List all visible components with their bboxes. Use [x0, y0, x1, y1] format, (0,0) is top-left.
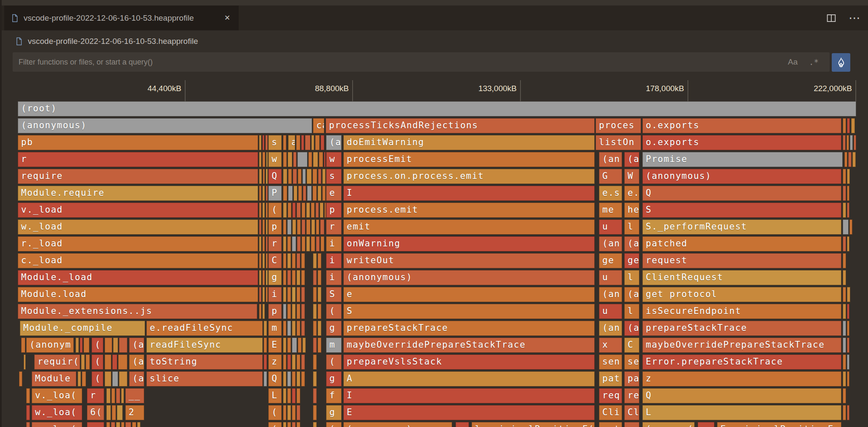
flame-cell[interactable] [116, 422, 120, 427]
flame-cell[interactable] [843, 253, 846, 268]
flame-cell[interactable] [843, 270, 846, 285]
flame-cell[interactable] [287, 405, 291, 420]
flame-cell[interactable]: E.originalPositionFo [717, 422, 841, 427]
flame-cell[interactable]: prepareStackTrace [343, 321, 595, 336]
flame-cell[interactable] [292, 405, 296, 420]
flame-cell[interactable] [302, 219, 305, 235]
flame-cell[interactable]: o.exports [642, 118, 841, 133]
flame-cell[interactable]: readFileSync [146, 338, 263, 353]
flame-cell[interactable]: Cl [624, 405, 639, 420]
flame-cell[interactable] [105, 338, 112, 353]
flame-cell[interactable]: a [288, 135, 295, 150]
flame-cell[interactable] [86, 354, 90, 370]
flame-cell[interactable]: maybeOverridePrepareStackTrace [642, 338, 841, 353]
flame-cell[interactable] [292, 270, 296, 285]
flame-cell[interactable] [116, 388, 120, 403]
flame-cell[interactable] [313, 304, 317, 319]
flame-cell[interactable]: z [642, 371, 841, 386]
flame-cell[interactable] [264, 338, 267, 353]
flame-cell[interactable]: Q [268, 371, 282, 386]
flame-cell[interactable] [259, 152, 261, 167]
flame-cell[interactable] [311, 219, 315, 235]
flame-cell[interactable] [21, 338, 25, 353]
flame-cell[interactable] [106, 422, 110, 427]
flame-cell[interactable] [324, 152, 326, 167]
flame-cell[interactable]: u [599, 270, 622, 285]
flame-cell[interactable] [287, 354, 291, 370]
flame-cell[interactable] [266, 270, 268, 285]
flame-cell[interactable] [283, 388, 286, 403]
flame-cell[interactable]: Q [642, 388, 841, 403]
flame-cell[interactable]: r._load [18, 236, 258, 251]
flame-cell[interactable] [301, 270, 305, 285]
flame-cell[interactable] [266, 152, 268, 167]
flame-cell[interactable] [106, 388, 111, 403]
flame-cell[interactable] [302, 203, 305, 218]
flame-cell[interactable] [287, 219, 291, 235]
flame-view-toggle-button[interactable] [832, 53, 850, 72]
flame-cell[interactable] [301, 371, 305, 386]
flame-cell[interactable]: Module._compile [20, 321, 145, 336]
flame-cell[interactable]: u [599, 304, 622, 319]
flame-cell[interactable]: c._load [18, 253, 258, 268]
flame-cell[interactable] [313, 287, 317, 302]
flame-cell[interactable] [292, 219, 296, 235]
flame-cell[interactable]: Promise [642, 152, 843, 167]
flame-cell[interactable]: e [343, 287, 595, 302]
flame-cell[interactable] [263, 169, 265, 184]
flame-cell[interactable]: m [268, 321, 282, 336]
flame-cell[interactable] [266, 287, 268, 302]
flame-cell[interactable] [259, 135, 261, 150]
flame-cell[interactable] [106, 405, 111, 420]
flame-cell[interactable] [283, 338, 286, 353]
flame-cell[interactable] [259, 236, 261, 251]
flame-cell[interactable] [283, 186, 287, 201]
flame-cell[interactable]: p [326, 203, 342, 218]
flame-cell[interactable]: g [326, 321, 342, 336]
flame-cell[interactable]: Module._extensions..js [18, 304, 257, 319]
flame-cell[interactable]: C [624, 338, 639, 353]
flame-cell[interactable]: s [268, 135, 282, 150]
flame-cell[interactable]: W [624, 169, 639, 184]
flame-cell[interactable]: he [624, 203, 639, 218]
flame-cell[interactable]: s [326, 169, 342, 184]
flame-cell[interactable] [283, 253, 286, 268]
flame-cell[interactable]: l [624, 304, 639, 319]
more-actions-icon[interactable]: ⋯ [849, 12, 861, 24]
flame-cell[interactable] [259, 219, 261, 235]
flame-cell[interactable]: re [624, 388, 639, 403]
flame-cell[interactable]: ( [268, 203, 282, 218]
flame-cell[interactable]: emit [343, 219, 595, 235]
flame-cell[interactable]: r [326, 219, 342, 235]
flame-cell[interactable]: (a [624, 152, 639, 167]
flame-cell[interactable] [311, 236, 315, 251]
flame-cell[interactable]: ( [268, 405, 282, 420]
flame-cell[interactable] [292, 338, 297, 353]
flame-cell[interactable]: listOn [596, 135, 641, 150]
flame-cell[interactable] [313, 338, 317, 353]
flame-cell[interactable] [26, 405, 30, 420]
flame-cell[interactable]: slice [146, 371, 263, 386]
flame-cell[interactable]: r [268, 236, 282, 251]
flame-cell[interactable]: z [268, 354, 282, 370]
flame-cell[interactable]: r [87, 388, 104, 403]
flame-cell[interactable]: m [326, 338, 342, 353]
flame-cell[interactable] [313, 152, 318, 167]
flame-cell[interactable] [297, 287, 300, 302]
flame-cell[interactable]: (root) [18, 101, 856, 116]
flame-cell[interactable] [266, 219, 268, 235]
flame-cell[interactable] [313, 388, 317, 403]
flame-cell[interactable] [843, 338, 846, 353]
flame-cell[interactable] [846, 135, 849, 150]
flame-cell[interactable]: G [599, 169, 622, 184]
flame-cell[interactable] [262, 236, 265, 251]
flame-cell[interactable] [843, 304, 846, 319]
flame-cell[interactable] [292, 287, 296, 302]
flame-cell[interactable] [850, 135, 853, 150]
flame-cell[interactable] [315, 203, 319, 218]
flame-cell[interactable]: prepareStackTrace [642, 321, 841, 336]
flame-cell[interactable] [843, 203, 846, 218]
flame-cell[interactable] [854, 135, 856, 150]
flame-cell[interactable] [84, 338, 89, 353]
flame-cell[interactable] [266, 169, 268, 184]
